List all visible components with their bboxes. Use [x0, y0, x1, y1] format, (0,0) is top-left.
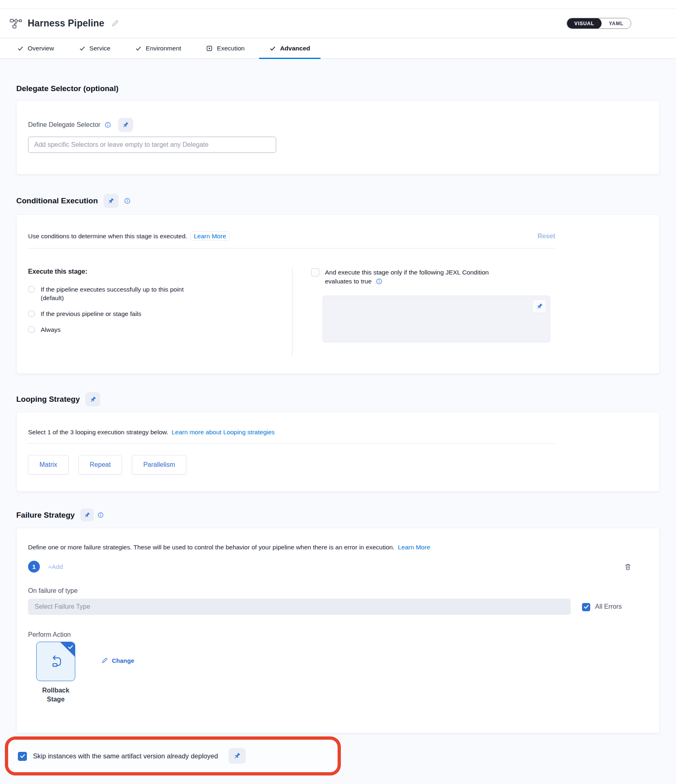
looping-strategy-heading: Looping Strategy: [16, 395, 80, 404]
skip-instances-annotation: Skip instances with the same artifact ve…: [5, 736, 341, 775]
delegate-selector-input[interactable]: [28, 137, 276, 153]
delete-strategy-icon[interactable]: [624, 563, 632, 571]
radio-button[interactable]: [28, 286, 35, 293]
delegate-selector-card: Define Delegate Selector: [16, 100, 660, 174]
tab-advanced[interactable]: Advanced: [270, 38, 310, 59]
info-icon[interactable]: [105, 122, 111, 128]
learn-more-link[interactable]: Learn More: [190, 231, 229, 241]
pencil-icon: [101, 657, 108, 664]
failure-strategy-heading: Failure Strategy: [16, 511, 75, 520]
looping-strategy-card: Select 1 of the 3 looping execution stra…: [16, 412, 660, 492]
failure-type-input[interactable]: [28, 599, 571, 615]
selected-check-icon: [68, 644, 73, 651]
pin-icon[interactable]: [118, 118, 133, 132]
skip-instances-checkbox[interactable]: [18, 752, 27, 761]
failure-description: Define one or more failure strategies. T…: [28, 544, 395, 551]
check-icon: [135, 46, 142, 52]
view-toggle: VISUAL YAML: [567, 18, 631, 29]
jexl-condition-label: And execute this stage only if the follo…: [325, 269, 489, 285]
repeat-button[interactable]: Repeat: [79, 455, 122, 475]
all-errors-label: All Errors: [595, 603, 622, 610]
radio-always[interactable]: Always: [28, 325, 292, 334]
toggle-yaml[interactable]: YAML: [602, 18, 631, 29]
tab-environment[interactable]: Environment: [135, 38, 181, 59]
execution-icon: [206, 45, 213, 52]
failure-learn-more-link[interactable]: Learn More: [398, 544, 430, 551]
edit-title-icon[interactable]: [111, 20, 119, 28]
jexl-condition-checkbox[interactable]: [311, 268, 319, 277]
divider: [28, 443, 555, 444]
define-delegate-label: Define Delegate Selector: [28, 121, 100, 128]
check-icon: [270, 46, 276, 52]
matrix-button[interactable]: Matrix: [28, 455, 69, 475]
looping-description: Select 1 of the 3 looping execution stra…: [28, 429, 168, 436]
looping-learn-more-link[interactable]: Learn more about Looping strategies: [172, 429, 275, 436]
conditional-execution-heading: Conditional Execution: [16, 196, 98, 205]
on-failure-label: On failure of type: [28, 587, 648, 595]
conditional-execution-card: Use conditions to determine when this st…: [16, 214, 660, 374]
delegate-selector-heading: Delegate Selector (optional): [16, 84, 660, 93]
radio-button[interactable]: [28, 326, 35, 333]
jexl-condition-textarea[interactable]: [323, 296, 550, 342]
page-title: Harness Pipeline: [28, 18, 105, 29]
failure-strategy-card: Define one or more failure strategies. T…: [16, 528, 660, 733]
all-errors-group: All Errors: [582, 603, 622, 611]
top-strip: [0, 0, 676, 9]
pin-icon[interactable]: [104, 194, 118, 208]
add-strategy-button[interactable]: +Add: [48, 563, 63, 571]
check-icon: [79, 46, 85, 52]
change-action-button[interactable]: Change: [101, 657, 134, 664]
tab-overview[interactable]: Overview: [17, 38, 54, 59]
info-icon[interactable]: [124, 198, 131, 204]
pin-icon[interactable]: [229, 748, 246, 764]
radio-previous-fails[interactable]: If the previous pipeline or stage fails: [28, 309, 292, 318]
execute-stage-label: Execute this stage:: [28, 268, 292, 275]
conditional-description: Use conditions to determine when this st…: [28, 233, 187, 240]
info-icon[interactable]: [98, 512, 104, 518]
toggle-visual[interactable]: VISUAL: [567, 18, 602, 29]
tab-service[interactable]: Service: [79, 38, 111, 59]
rollback-stage-caption: Rollback Stage: [36, 686, 75, 704]
reset-button[interactable]: Reset: [537, 233, 555, 240]
strategy-index-badge[interactable]: 1: [28, 561, 40, 573]
radio-pipeline-success[interactable]: If the pipeline executes successfully up…: [28, 285, 292, 302]
tab-execution[interactable]: Execution: [206, 38, 244, 59]
all-errors-checkbox[interactable]: [582, 603, 590, 611]
radio-button[interactable]: [28, 310, 35, 317]
pin-icon[interactable]: [81, 509, 94, 521]
stage-tab-bar: Overview Service Environment Execution A…: [0, 38, 676, 59]
app-header: Harness Pipeline VISUAL YAML: [0, 9, 676, 38]
parallelism-button[interactable]: Parallelism: [132, 455, 186, 475]
divider: [28, 248, 555, 248]
perform-action-label: Perform Action: [28, 631, 648, 638]
pin-icon[interactable]: [85, 392, 100, 406]
info-icon[interactable]: [376, 278, 382, 285]
check-icon: [17, 46, 24, 52]
skip-instances-label: Skip instances with the same artifact ve…: [33, 752, 218, 760]
pipeline-icon: [10, 18, 22, 29]
pin-icon[interactable]: [532, 299, 547, 313]
rollback-stage-tile[interactable]: [36, 642, 75, 681]
